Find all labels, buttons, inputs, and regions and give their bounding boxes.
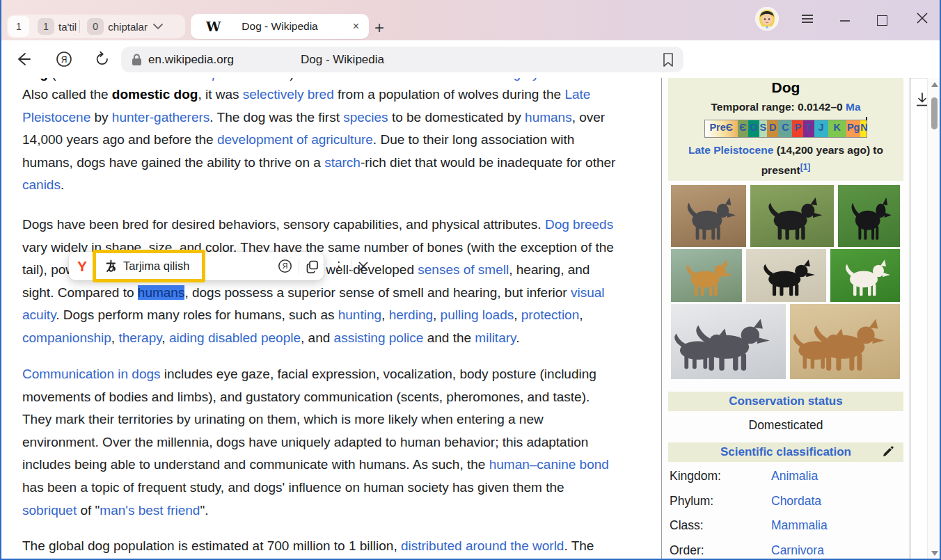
taxonomy-value-link[interactable]: Mammalia — [771, 518, 828, 533]
tab-groups-chip[interactable]: 1 1 ta'til 0 chiptalar — [7, 15, 185, 38]
reload-icon[interactable] — [94, 40, 111, 78]
search-in-yandex-icon[interactable]: Я — [278, 259, 292, 273]
dog-photo-mudi-dog-running-dirt[interactable] — [671, 185, 746, 247]
taxonomy-rank: Class: — [670, 518, 704, 532]
timescale-period-K[interactable]: K — [828, 120, 847, 137]
edit-pencil-icon[interactable] — [882, 446, 894, 458]
wiki-link[interactable]: humans — [525, 110, 572, 125]
timescale-period-T[interactable]: T — [803, 120, 814, 137]
copy-icon[interactable] — [306, 259, 319, 273]
timescale-period-P[interactable]: P — [792, 120, 803, 137]
timescale-period-PreЄ[interactable]: PreЄ — [705, 120, 738, 137]
timescale-period-Pg[interactable]: Pg — [846, 120, 860, 137]
tab-counter-badge[interactable]: 1 — [8, 16, 29, 37]
wiki-link[interactable]: man's best friend — [100, 503, 200, 518]
wiki-link[interactable]: starch — [324, 155, 361, 170]
back-icon[interactable] — [15, 40, 31, 78]
wiki-link[interactable]: protection — [521, 307, 579, 322]
dog-photo-japanese-chin-lawn[interactable] — [838, 185, 900, 247]
scrollbar-thumb[interactable] — [931, 97, 938, 129]
wiki-link[interactable]: selectively bred — [243, 87, 334, 102]
wiki-link[interactable]: species — [343, 110, 388, 125]
tab-close-icon[interactable]: × — [353, 20, 359, 33]
wiki-link[interactable]: sobriquet — [22, 503, 77, 518]
wiki-link[interactable]: Canis lupus familiaris — [165, 78, 290, 81]
geologic-timescale-bar[interactable]: PreЄЄOSDCPTJKPgN — [704, 120, 867, 138]
timescale-period-Є[interactable]: Є — [738, 120, 749, 137]
timescale-period-S[interactable]: S — [759, 120, 767, 137]
menu-icon[interactable] — [800, 11, 815, 26]
timescale-period-D[interactable]: D — [767, 120, 779, 137]
article-text-line: The global dog population is estimated a… — [22, 535, 594, 558]
wiki-link[interactable]: human–canine bond — [489, 457, 609, 472]
wiki-link[interactable]: hunter-gatherers — [112, 110, 209, 125]
dog-photo-dog-standing-grass[interactable] — [750, 185, 834, 247]
wiki-link[interactable]: assisting police — [334, 330, 424, 345]
wiki-link[interactable]: canids — [22, 177, 61, 192]
chevron-down-icon[interactable] — [153, 24, 163, 30]
bookmark-icon[interactable] — [661, 52, 675, 67]
timescale-period-J[interactable]: J — [814, 120, 828, 137]
conservation-status-header[interactable]: Conservation status — [668, 392, 903, 411]
address-page-title: Dog - Wikipedia — [301, 53, 384, 67]
scientific-classification-header[interactable]: Scientific classification — [668, 442, 903, 462]
minimize-icon[interactable] — [839, 8, 851, 25]
scroll-down-icon[interactable] — [931, 551, 938, 556]
wiki-link[interactable]: Dog breeds — [545, 217, 613, 232]
wiki-link[interactable]: visual — [571, 285, 605, 300]
address-bar[interactable]: en.wikipedia.org Dog - Wikipedia — [121, 47, 683, 72]
temporal-range: Temporal range: 0.0142–0 Ma — [668, 101, 903, 113]
popup-more-icon[interactable]: ⋮ — [333, 264, 345, 268]
wiki-link[interactable]: military — [475, 330, 516, 345]
wiki-link[interactable]: Canis familiaris — [56, 78, 146, 81]
scroll-up-icon[interactable] — [931, 82, 938, 87]
wiki-link[interactable]: distributed around the world — [401, 538, 564, 553]
popup-close-icon[interactable] — [358, 261, 369, 272]
maximize-icon[interactable] — [877, 15, 887, 26]
yandex-search-icon[interactable]: Я — [56, 40, 72, 78]
wiki-link[interactable]: Pleistocene — [22, 110, 90, 125]
taxonomy-value-link[interactable]: Animalia — [771, 469, 818, 483]
group-2-label[interactable]: chiptalar — [108, 21, 148, 33]
dog-photo-golden-retriever-water[interactable] — [671, 249, 742, 302]
wiki-link[interactable]: therapy — [118, 330, 161, 345]
wiki-link[interactable]: [1] — [800, 162, 811, 172]
wiki-link[interactable]: herding — [389, 307, 433, 322]
ma-link[interactable]: Ma — [846, 101, 861, 113]
timescale-period-C[interactable]: C — [778, 120, 792, 137]
lock-icon[interactable] — [131, 53, 143, 67]
window-close-icon[interactable] — [915, 10, 929, 26]
article-text-line: includes being able to understand and co… — [22, 454, 609, 477]
tab-dog-wikipedia[interactable]: W Dog - Wikipedia × — [191, 14, 369, 39]
page-scrollbar[interactable] — [927, 78, 941, 560]
article-text-line: They mark their territories by urinating… — [22, 408, 609, 431]
new-tab-button[interactable]: + — [374, 18, 384, 38]
wiki-link[interactable]: aiding disabled people — [169, 330, 301, 345]
wiki-link[interactable]: Late — [564, 87, 590, 102]
wiki-link[interactable]: acuity — [22, 307, 56, 322]
dog-photo-dog-nursing-pup-beach[interactable] — [790, 304, 900, 379]
profile-avatar[interactable] — [755, 7, 779, 31]
taxonomy-value-link[interactable]: Chordata — [771, 494, 821, 509]
dog-photo-black-labrador-snow[interactable] — [746, 249, 826, 302]
wiki-link[interactable]: pulling loads — [441, 307, 514, 322]
wiki-link[interactable]: companionship — [22, 330, 111, 345]
wiki-link[interactable]: Communication in dogs — [22, 367, 161, 381]
selected-text-humans[interactable]: humans — [138, 285, 185, 300]
temporal-range-detail: Late Pleistocene (14,200 years ago) topr… — [668, 142, 903, 179]
wiki-link[interactable]: senses of smell — [418, 262, 509, 277]
taxonomy-value-link[interactable]: Carnivora — [771, 543, 824, 558]
group-1-label[interactable]: ta'til — [58, 21, 77, 33]
article-text-line: companionship, therapy, aiding disabled … — [22, 327, 614, 350]
wiki-link[interactable]: development of agriculture — [217, 132, 373, 147]
dog-photo-sled-dogs-snow[interactable] — [671, 304, 786, 379]
popup-translate-button-highlighted[interactable]: Tarjima qilish — [93, 250, 205, 282]
url-domain[interactable]: en.wikipedia.org — [148, 53, 234, 67]
dog-photo-jack-russell-grass[interactable] — [830, 249, 900, 302]
svg-text:Я: Я — [283, 262, 288, 270]
wiki-link[interactable]: hunting — [338, 307, 381, 322]
timescale-period-O[interactable]: O — [748, 120, 759, 137]
wiki-link[interactable]: Late Pleistocene — [688, 144, 773, 156]
timescale-period-N[interactable]: N — [860, 120, 867, 137]
wiki-link[interactable]: gray wolf — [513, 78, 566, 81]
